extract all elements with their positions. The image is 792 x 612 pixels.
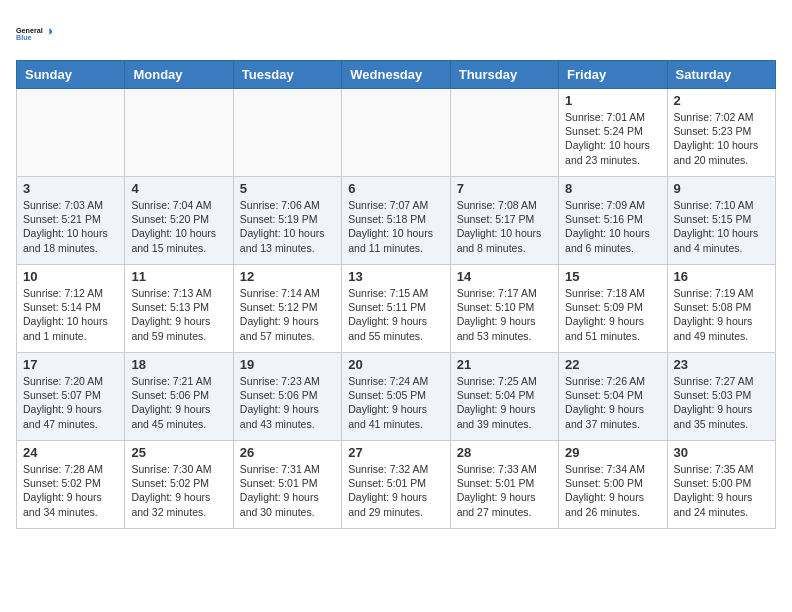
svg-marker-2 — [49, 28, 52, 35]
calendar-cell — [342, 89, 450, 177]
calendar-cell: 3Sunrise: 7:03 AM Sunset: 5:21 PM Daylig… — [17, 177, 125, 265]
calendar-cell: 12Sunrise: 7:14 AM Sunset: 5:12 PM Dayli… — [233, 265, 341, 353]
calendar-cell: 29Sunrise: 7:34 AM Sunset: 5:00 PM Dayli… — [559, 441, 667, 529]
day-info: Sunrise: 7:08 AM Sunset: 5:17 PM Dayligh… — [457, 198, 552, 255]
day-number: 27 — [348, 445, 443, 460]
logo-svg: General Blue — [16, 16, 52, 52]
calendar-cell: 24Sunrise: 7:28 AM Sunset: 5:02 PM Dayli… — [17, 441, 125, 529]
day-number: 26 — [240, 445, 335, 460]
calendar-week-row: 3Sunrise: 7:03 AM Sunset: 5:21 PM Daylig… — [17, 177, 776, 265]
day-number: 14 — [457, 269, 552, 284]
day-info: Sunrise: 7:33 AM Sunset: 5:01 PM Dayligh… — [457, 462, 552, 519]
calendar-week-row: 17Sunrise: 7:20 AM Sunset: 5:07 PM Dayli… — [17, 353, 776, 441]
weekday-header: Saturday — [667, 61, 775, 89]
day-number: 9 — [674, 181, 769, 196]
day-info: Sunrise: 7:13 AM Sunset: 5:13 PM Dayligh… — [131, 286, 226, 343]
day-info: Sunrise: 7:21 AM Sunset: 5:06 PM Dayligh… — [131, 374, 226, 431]
calendar-cell: 19Sunrise: 7:23 AM Sunset: 5:06 PM Dayli… — [233, 353, 341, 441]
day-number: 12 — [240, 269, 335, 284]
calendar-cell — [233, 89, 341, 177]
calendar-cell: 11Sunrise: 7:13 AM Sunset: 5:13 PM Dayli… — [125, 265, 233, 353]
day-number: 2 — [674, 93, 769, 108]
calendar-cell: 13Sunrise: 7:15 AM Sunset: 5:11 PM Dayli… — [342, 265, 450, 353]
day-info: Sunrise: 7:34 AM Sunset: 5:00 PM Dayligh… — [565, 462, 660, 519]
day-info: Sunrise: 7:17 AM Sunset: 5:10 PM Dayligh… — [457, 286, 552, 343]
calendar-cell: 15Sunrise: 7:18 AM Sunset: 5:09 PM Dayli… — [559, 265, 667, 353]
weekday-header: Wednesday — [342, 61, 450, 89]
calendar-week-row: 10Sunrise: 7:12 AM Sunset: 5:14 PM Dayli… — [17, 265, 776, 353]
logo: General Blue — [16, 16, 52, 52]
calendar-cell: 21Sunrise: 7:25 AM Sunset: 5:04 PM Dayli… — [450, 353, 558, 441]
day-number: 6 — [348, 181, 443, 196]
day-number: 19 — [240, 357, 335, 372]
day-info: Sunrise: 7:15 AM Sunset: 5:11 PM Dayligh… — [348, 286, 443, 343]
calendar-cell: 22Sunrise: 7:26 AM Sunset: 5:04 PM Dayli… — [559, 353, 667, 441]
weekday-header: Tuesday — [233, 61, 341, 89]
day-number: 21 — [457, 357, 552, 372]
day-number: 15 — [565, 269, 660, 284]
day-number: 7 — [457, 181, 552, 196]
calendar-cell: 8Sunrise: 7:09 AM Sunset: 5:16 PM Daylig… — [559, 177, 667, 265]
day-number: 25 — [131, 445, 226, 460]
day-info: Sunrise: 7:01 AM Sunset: 5:24 PM Dayligh… — [565, 110, 660, 167]
calendar-cell: 23Sunrise: 7:27 AM Sunset: 5:03 PM Dayli… — [667, 353, 775, 441]
day-number: 8 — [565, 181, 660, 196]
day-number: 17 — [23, 357, 118, 372]
day-number: 23 — [674, 357, 769, 372]
day-info: Sunrise: 7:20 AM Sunset: 5:07 PM Dayligh… — [23, 374, 118, 431]
day-number: 18 — [131, 357, 226, 372]
weekday-header: Monday — [125, 61, 233, 89]
weekday-header: Thursday — [450, 61, 558, 89]
calendar-cell: 18Sunrise: 7:21 AM Sunset: 5:06 PM Dayli… — [125, 353, 233, 441]
calendar-cell: 7Sunrise: 7:08 AM Sunset: 5:17 PM Daylig… — [450, 177, 558, 265]
day-info: Sunrise: 7:02 AM Sunset: 5:23 PM Dayligh… — [674, 110, 769, 167]
day-number: 28 — [457, 445, 552, 460]
day-info: Sunrise: 7:26 AM Sunset: 5:04 PM Dayligh… — [565, 374, 660, 431]
day-number: 20 — [348, 357, 443, 372]
day-info: Sunrise: 7:28 AM Sunset: 5:02 PM Dayligh… — [23, 462, 118, 519]
day-number: 30 — [674, 445, 769, 460]
day-number: 5 — [240, 181, 335, 196]
day-info: Sunrise: 7:09 AM Sunset: 5:16 PM Dayligh… — [565, 198, 660, 255]
svg-text:Blue: Blue — [16, 33, 32, 42]
calendar-cell: 1Sunrise: 7:01 AM Sunset: 5:24 PM Daylig… — [559, 89, 667, 177]
day-info: Sunrise: 7:30 AM Sunset: 5:02 PM Dayligh… — [131, 462, 226, 519]
calendar-cell: 5Sunrise: 7:06 AM Sunset: 5:19 PM Daylig… — [233, 177, 341, 265]
day-info: Sunrise: 7:06 AM Sunset: 5:19 PM Dayligh… — [240, 198, 335, 255]
day-info: Sunrise: 7:07 AM Sunset: 5:18 PM Dayligh… — [348, 198, 443, 255]
day-info: Sunrise: 7:24 AM Sunset: 5:05 PM Dayligh… — [348, 374, 443, 431]
day-number: 22 — [565, 357, 660, 372]
day-number: 4 — [131, 181, 226, 196]
calendar-cell: 27Sunrise: 7:32 AM Sunset: 5:01 PM Dayli… — [342, 441, 450, 529]
weekday-header: Friday — [559, 61, 667, 89]
day-number: 29 — [565, 445, 660, 460]
calendar-cell — [17, 89, 125, 177]
day-number: 16 — [674, 269, 769, 284]
weekday-header-row: SundayMondayTuesdayWednesdayThursdayFrid… — [17, 61, 776, 89]
day-number: 13 — [348, 269, 443, 284]
day-number: 3 — [23, 181, 118, 196]
day-number: 1 — [565, 93, 660, 108]
day-info: Sunrise: 7:27 AM Sunset: 5:03 PM Dayligh… — [674, 374, 769, 431]
day-info: Sunrise: 7:19 AM Sunset: 5:08 PM Dayligh… — [674, 286, 769, 343]
day-info: Sunrise: 7:35 AM Sunset: 5:00 PM Dayligh… — [674, 462, 769, 519]
day-number: 10 — [23, 269, 118, 284]
day-info: Sunrise: 7:18 AM Sunset: 5:09 PM Dayligh… — [565, 286, 660, 343]
day-info: Sunrise: 7:04 AM Sunset: 5:20 PM Dayligh… — [131, 198, 226, 255]
calendar-cell: 30Sunrise: 7:35 AM Sunset: 5:00 PM Dayli… — [667, 441, 775, 529]
calendar-week-row: 24Sunrise: 7:28 AM Sunset: 5:02 PM Dayli… — [17, 441, 776, 529]
calendar-cell: 6Sunrise: 7:07 AM Sunset: 5:18 PM Daylig… — [342, 177, 450, 265]
day-info: Sunrise: 7:32 AM Sunset: 5:01 PM Dayligh… — [348, 462, 443, 519]
calendar-cell: 20Sunrise: 7:24 AM Sunset: 5:05 PM Dayli… — [342, 353, 450, 441]
calendar-table: SundayMondayTuesdayWednesdayThursdayFrid… — [16, 60, 776, 529]
day-info: Sunrise: 7:31 AM Sunset: 5:01 PM Dayligh… — [240, 462, 335, 519]
calendar-cell: 26Sunrise: 7:31 AM Sunset: 5:01 PM Dayli… — [233, 441, 341, 529]
day-info: Sunrise: 7:03 AM Sunset: 5:21 PM Dayligh… — [23, 198, 118, 255]
day-info: Sunrise: 7:12 AM Sunset: 5:14 PM Dayligh… — [23, 286, 118, 343]
day-number: 11 — [131, 269, 226, 284]
weekday-header: Sunday — [17, 61, 125, 89]
calendar-cell: 25Sunrise: 7:30 AM Sunset: 5:02 PM Dayli… — [125, 441, 233, 529]
page-header: General Blue — [16, 16, 776, 52]
calendar-cell: 10Sunrise: 7:12 AM Sunset: 5:14 PM Dayli… — [17, 265, 125, 353]
calendar-cell — [450, 89, 558, 177]
